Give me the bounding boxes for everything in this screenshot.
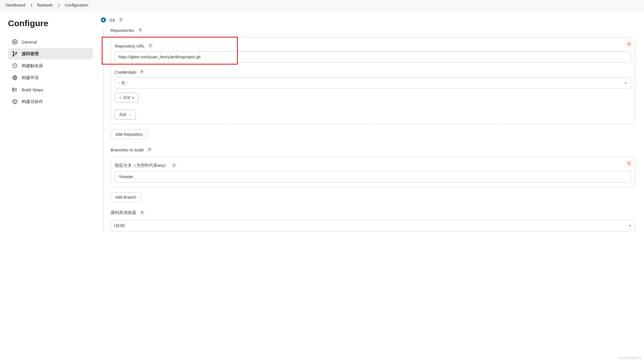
sidebar-item-label: 构建触发器 <box>22 63 43 69</box>
svg-point-0 <box>14 41 16 43</box>
advanced-button[interactable]: 高级 <box>115 110 136 120</box>
breadcrumb-item-configuration[interactable]: Configuration <box>65 3 88 7</box>
svg-point-2 <box>13 55 14 56</box>
repo-browser-value: (自动) <box>114 223 125 228</box>
repo-browser-label: 源码库浏览器 <box>111 210 136 215</box>
add-repository-button[interactable]: Add Repository <box>111 129 148 139</box>
clock-icon <box>12 63 18 69</box>
breadcrumb-item-project[interactable]: flaskweb <box>37 3 53 7</box>
remove-branch-button[interactable]: ✕ <box>625 160 632 167</box>
help-icon[interactable]: ? <box>140 210 145 215</box>
package-icon <box>12 99 18 104</box>
git-branch-icon <box>12 51 18 57</box>
svg-point-1 <box>13 52 14 53</box>
credentials-value: - 无 - <box>118 81 127 86</box>
sidebar-item-label: Build Steps <box>22 87 43 92</box>
help-icon[interactable]: ? <box>148 43 153 48</box>
add-credentials-label: 添加 <box>123 95 130 100</box>
branch-specifier-label: 指定分支（为空时代表any） <box>115 163 169 168</box>
help-icon[interactable]: ? <box>138 28 143 33</box>
repository-panel: ✕ Repository URL ? Credentials ? - 无 - <box>111 37 635 124</box>
sidebar-item-post-build[interactable]: 构建后操作 <box>8 96 93 107</box>
branch-specifier-input[interactable] <box>115 171 631 182</box>
credentials-label: Credentials <box>115 70 136 75</box>
branches-to-build-label: Branches to build <box>111 147 144 152</box>
add-branch-button[interactable]: Add Branch <box>111 192 141 202</box>
chevron-right-icon: ❯ <box>30 3 33 7</box>
help-icon[interactable]: ? <box>171 163 177 168</box>
remove-repository-button[interactable]: ✕ <box>625 40 632 47</box>
advanced-label: 高级 <box>119 112 126 117</box>
close-icon: ✕ <box>627 161 631 166</box>
plus-icon: + <box>119 96 121 100</box>
sidebar-item-build-steps[interactable]: Build Steps <box>8 84 93 95</box>
sidebar-item-label: General <box>22 40 37 44</box>
breadcrumb-item-dashboard[interactable]: Dashboard <box>6 3 25 7</box>
svg-rect-7 <box>13 89 14 90</box>
sidebar-item-scm[interactable]: 源码管理 <box>8 48 93 59</box>
sidebar-item-label: 构建后操作 <box>22 99 43 104</box>
sidebar-item-environment[interactable]: 构建环境 <box>8 72 93 83</box>
credentials-select[interactable]: - 无 - <box>115 77 631 89</box>
sidebar: Configure General 源码管理 构建触发器 构建环境 <box>0 11 97 361</box>
sidebar-item-general[interactable]: General <box>8 36 93 48</box>
chevron-down-icon <box>128 113 132 116</box>
svg-rect-6 <box>13 88 14 89</box>
globe-icon <box>12 75 18 81</box>
gear-icon <box>12 39 18 45</box>
repository-url-label: Repository URL <box>115 44 145 48</box>
help-icon[interactable]: ? <box>139 69 144 75</box>
sidebar-item-triggers[interactable]: 构建触发器 <box>8 60 93 71</box>
steps-icon <box>12 87 18 92</box>
svg-rect-8 <box>13 90 14 91</box>
radio-selected-icon[interactable] <box>101 17 106 22</box>
branch-panel: ✕ 指定分支（为空时代表any） ? <box>111 157 635 187</box>
svg-point-3 <box>16 52 17 54</box>
help-icon[interactable]: ? <box>118 17 123 22</box>
repo-browser-select[interactable]: (自动) <box>111 220 635 231</box>
repositories-label: Repositories <box>111 28 134 33</box>
close-icon: ✕ <box>627 42 631 46</box>
caret-down-icon: ▾ <box>132 96 134 100</box>
add-credentials-button[interactable]: + 添加 ▾ <box>115 93 138 102</box>
page-title: Configure <box>8 18 93 28</box>
sidebar-item-label: 源码管理 <box>22 51 39 57</box>
breadcrumb: Dashboard ❯ flaskweb ❯ Configuration <box>0 0 644 11</box>
watermark: CSDN @柒月VII <box>618 356 641 360</box>
sidebar-item-label: 构建环境 <box>22 75 39 81</box>
scm-git-label: Git <box>109 18 115 22</box>
chevron-right-icon: ❯ <box>57 3 60 7</box>
main-content: Git ? Repositories ? ✕ Repository URL ? <box>97 11 644 361</box>
repository-url-input[interactable] <box>115 51 631 63</box>
help-icon[interactable]: ? <box>147 147 152 152</box>
